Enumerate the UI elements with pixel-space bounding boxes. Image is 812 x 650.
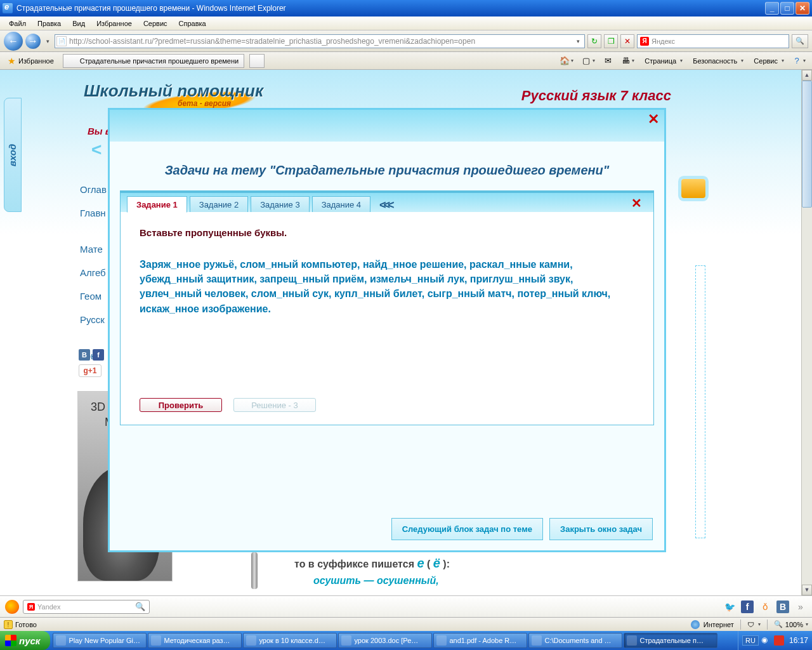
panel-close-button[interactable]: ✕ xyxy=(631,196,642,211)
task-tab-3[interactable]: Задание 3 xyxy=(251,196,309,212)
scroll-up-button[interactable]: ▲ xyxy=(802,70,812,81)
search-button[interactable]: 🔍 xyxy=(792,34,808,48)
tools-menu[interactable]: Сервис▾ xyxy=(749,55,787,67)
nav-history-dropdown[interactable]: ▾ xyxy=(43,35,52,48)
taskbar-item[interactable]: Методическая раз… xyxy=(148,633,242,648)
app-icon xyxy=(341,635,351,646)
minimize-button[interactable]: _ xyxy=(765,2,779,15)
vk-icon-2[interactable]: B xyxy=(776,600,789,613)
search-icon[interactable]: 🔍 xyxy=(135,602,145,611)
class-title: Русский язык 7 класс xyxy=(521,88,671,104)
tasks-modal: ✕ Задачи на тему "Страдательные причасти… xyxy=(108,108,666,552)
print-button[interactable]: 🖶▾ xyxy=(618,55,637,67)
taskbar-item[interactable]: Play New Popular Gi… xyxy=(53,633,147,648)
yandex-logo-icon[interactable] xyxy=(5,600,19,614)
toolbar-more-icon[interactable]: » xyxy=(794,600,807,613)
yandex-y-icon: Я xyxy=(27,603,35,611)
readmail-button[interactable]: ✉ xyxy=(600,55,615,67)
clock[interactable]: 16:17 xyxy=(787,636,808,645)
page-icon: 📄 xyxy=(56,36,67,46)
protected-mode-icon[interactable]: 🛡 xyxy=(747,621,754,628)
maximize-button[interactable]: □ xyxy=(780,2,794,15)
dashed-region xyxy=(695,265,705,538)
rss-icon: ▢ xyxy=(581,56,591,66)
vertical-scrollbar[interactable]: ▲ ▼ xyxy=(801,70,812,595)
window-titlebar: Страдательные причастия прошедшего време… xyxy=(0,0,812,17)
login-tab[interactable]: вход xyxy=(4,98,22,212)
yandex-search-box[interactable]: Я Yandex 🔍 xyxy=(23,600,150,614)
command-bar: 🏠▾ ▢▾ ✉ 🖶▾ Страница▾ Безопасность▾ Серви… xyxy=(557,55,808,67)
forward-button[interactable]: → xyxy=(25,34,41,49)
nav-arrows[interactable]: < xyxy=(91,140,98,160)
menu-file[interactable]: Файл xyxy=(4,18,31,29)
odnoklassniki-icon[interactable]: ǒ xyxy=(759,600,771,613)
help-button[interactable]: ?▾ xyxy=(789,55,808,67)
new-tab-button[interactable] xyxy=(249,54,265,68)
social-row: B f xyxy=(79,349,104,361)
feeds-button[interactable]: ▢▾ xyxy=(579,55,598,67)
favorites-button[interactable]: ★ Избранное xyxy=(4,55,58,67)
gplus-button[interactable]: g+1 xyxy=(79,364,102,377)
task-panel: Задание 1 Задание 2 Задание 3 Задание 4 … xyxy=(120,190,654,425)
taskbar-item-active[interactable]: Страдательные п… xyxy=(624,633,717,648)
ad-line1: 3D xyxy=(91,401,105,414)
home-button[interactable]: 🏠▾ xyxy=(557,55,576,67)
safety-menu[interactable]: Безопасность▾ xyxy=(688,55,746,67)
task-tab-2[interactable]: Задание 2 xyxy=(190,196,248,212)
next-block-button[interactable]: Следующий блок задач по теме xyxy=(391,518,543,540)
folder-icon[interactable] xyxy=(681,179,705,198)
windows-flag-icon xyxy=(5,635,16,646)
facebook-icon[interactable]: f xyxy=(93,349,104,361)
address-url[interactable]: http://school-assistant.ru/?predmet=russ… xyxy=(69,37,573,46)
modal-close-button[interactable]: ✕ xyxy=(648,111,659,128)
task-text: Заряж_нное ружьё, слом_нный компьютер, н… xyxy=(140,257,634,316)
app-icon xyxy=(56,635,66,646)
star-icon: ★ xyxy=(8,56,16,66)
page-menu[interactable]: Страница▾ xyxy=(639,55,685,67)
refresh-button[interactable]: ↻ xyxy=(587,34,601,48)
menu-edit[interactable]: Правка xyxy=(32,18,66,29)
browser-tab[interactable]: Страдательные причастия прошедшего време… xyxy=(63,54,244,68)
task-tab-1[interactable]: Задание 1 xyxy=(127,196,187,213)
facebook-icon-2[interactable]: f xyxy=(741,600,754,613)
task-tab-4[interactable]: Задание 4 xyxy=(312,196,370,212)
twitter-icon[interactable]: 🐦 xyxy=(723,600,736,613)
close-tasks-button[interactable]: Закрыть окно задач xyxy=(549,518,653,540)
menu-favorites[interactable]: Избранное xyxy=(91,18,137,29)
start-button[interactable]: пуск xyxy=(0,631,50,650)
tabs-back-button[interactable]: <<< xyxy=(379,199,392,212)
scroll-down-button[interactable]: ▼ xyxy=(802,585,812,595)
zoom-control[interactable]: 🔍 100% ▾ xyxy=(774,620,808,628)
tray-icon[interactable]: ◉ xyxy=(761,635,771,646)
site-logo[interactable]: Школьный помощник xyxy=(84,81,263,101)
compat-button[interactable]: ❐ xyxy=(604,34,618,48)
menu-view[interactable]: Вид xyxy=(67,18,90,29)
menu-help[interactable]: Справка xyxy=(174,18,211,29)
zone-label: Интернет xyxy=(704,621,734,628)
back-button[interactable]: ← xyxy=(4,32,23,51)
task-body: Вставьте пропущенные буквы. Заряж_нное р… xyxy=(121,212,653,331)
mail-icon: ✉ xyxy=(603,56,613,66)
vk-icon[interactable]: B xyxy=(79,349,90,361)
menu-service[interactable]: Сервис xyxy=(138,18,173,29)
taskbar-item[interactable]: and1.pdf - Adobe R… xyxy=(433,633,527,648)
task-buttons: Проверить Решение - 3 xyxy=(140,398,316,412)
check-button[interactable]: Проверить xyxy=(140,398,222,412)
tray-icon-red[interactable] xyxy=(774,635,784,646)
stop-button[interactable]: ✕ xyxy=(620,34,634,48)
search-box[interactable]: Я Яндекс xyxy=(637,34,789,48)
taskbar-item[interactable]: C:\Documents and … xyxy=(528,633,622,648)
taskbar-item[interactable]: урок 2003.doc [Ре… xyxy=(338,633,432,648)
globe-icon xyxy=(691,620,700,629)
home-icon: 🏠 xyxy=(560,56,570,66)
beta-label: бета - версия xyxy=(178,99,231,108)
window-close-button[interactable]: ✕ xyxy=(796,2,809,15)
language-indicator[interactable]: RU xyxy=(742,635,759,646)
address-dropdown[interactable]: ▾ xyxy=(573,38,583,44)
scroll-thumb[interactable] xyxy=(802,81,812,208)
address-bar[interactable]: 📄 http://school-assistant.ru/?predmet=ru… xyxy=(55,34,585,48)
taskbar-item[interactable]: урок в 10 классе.d… xyxy=(243,633,337,648)
search-placeholder: Яндекс xyxy=(652,37,786,45)
windows-taskbar: пуск Play New Popular Gi… Методическая р… xyxy=(0,631,812,650)
zoom-icon: 🔍 xyxy=(774,620,783,628)
